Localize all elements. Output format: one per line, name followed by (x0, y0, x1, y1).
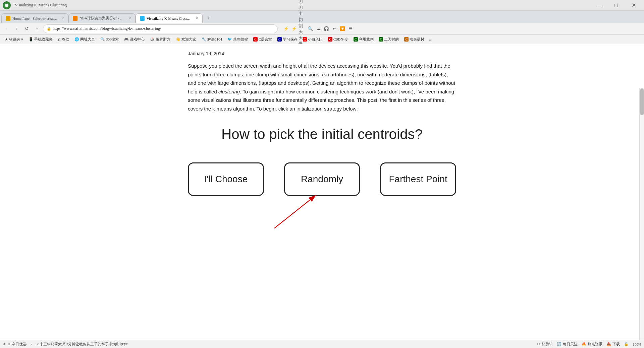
new-tab-button[interactable]: + (204, 13, 213, 23)
bookmark-google[interactable]: G 谷歌 (56, 36, 71, 43)
toolbar-down-icon[interactable]: 🔽 (339, 25, 346, 32)
window-title: Visualizing K-Means Clustering (15, 3, 67, 8)
bookmark-weburl[interactable]: 🌐 网址大全 (72, 36, 97, 43)
randomly-button[interactable]: Randomly (284, 162, 360, 196)
toolbar-search-icon[interactable]: 🔍 (307, 25, 314, 32)
bookmark-360[interactable]: 🔍 360搜索 (98, 36, 121, 43)
google-icon: G (58, 38, 61, 42)
article-paragraph: Suppose you plotted the screen width and… (188, 62, 456, 113)
tab-close-jupyter[interactable]: ✕ (128, 16, 131, 20)
choose-button[interactable]: I'll Choose (188, 162, 264, 196)
toolbar-menu-icon[interactable]: ☰ (347, 25, 354, 32)
solve-icon: 🔧 (202, 37, 206, 42)
toolbar-undo-icon[interactable]: ↩ (331, 25, 338, 32)
status-zoom: 100% (633, 342, 641, 346)
game-icon: 🎮 (124, 37, 129, 42)
bookmark-beginner[interactable]: C 小白入门 (301, 36, 325, 43)
farthest-point-button[interactable]: Farthest Point (380, 162, 456, 196)
refresh-button[interactable]: ↺ (23, 25, 31, 33)
tab-label-jupyter: NBA球队实力聚类分析 - Jupyter N (79, 16, 125, 21)
clang-icon: C (253, 37, 258, 42)
daily-icon: 🔄 (557, 342, 561, 346)
bookmark-huffman[interactable]: C 哈夫曼树 (402, 36, 426, 43)
bookmark-runoob[interactable]: 🐦 菜鸟教程 (225, 36, 250, 43)
search360-icon: 🔍 (100, 37, 105, 42)
download-icon: 📥 (606, 342, 611, 346)
lock-status-icon: 🔒 (624, 342, 629, 346)
address-bar[interactable]: 🔒 https://www.naftaliharris.com/blog/vis… (43, 24, 278, 33)
bintree-icon: C (379, 37, 383, 42)
back-button[interactable]: ‹ (3, 25, 11, 33)
toolbar-cloud-icon[interactable]: ☁ (315, 25, 322, 32)
home-button[interactable]: ⌂ (33, 25, 41, 33)
tab-favicon-jupyter (73, 16, 77, 21)
bookmark-study[interactable]: C 学习保存 (275, 36, 300, 43)
toolbar-lightning-icon[interactable]: ⚡ (282, 25, 290, 32)
maximize-button[interactable]: □ (608, 0, 624, 11)
window-controls: — □ ✕ (591, 0, 641, 11)
mobile-icon: 📱 (29, 37, 33, 42)
bookmark-favorites[interactable]: ★ 收藏夹 ▾ (3, 36, 25, 43)
status-lock[interactable]: 🔒 (624, 342, 629, 346)
scrollbar-thumb[interactable] (640, 88, 644, 115)
lock-icon: 🔒 (47, 26, 51, 31)
status-quickclip[interactable]: ✂ 快剪辑 (537, 342, 553, 347)
toolbar-headset-icon[interactable]: 🎧 (323, 25, 330, 32)
svg-line-1 (274, 195, 316, 228)
minimize-button[interactable]: — (591, 0, 606, 11)
bookmarks-more[interactable]: » (429, 38, 431, 42)
beginner-icon: C (303, 37, 307, 42)
tab-favicon-kmeans (140, 16, 145, 21)
page-content: January 19, 2014 Suppose you plotted the… (0, 44, 644, 236)
fire-icon: 🔥 (582, 342, 586, 346)
title-bar: Visualizing K-Means Clustering — □ ✕ (0, 0, 644, 11)
section-heading: How to pick the initial centroids? (188, 126, 456, 142)
bookmark-mobile[interactable]: 📱 手机收藏夹 (26, 36, 55, 43)
browser-logo (3, 1, 11, 9)
russia-icon: 🎲 (150, 37, 155, 42)
bookmark-bintree[interactable]: C 二叉树的 (377, 36, 401, 43)
status-bar: ☀ ☀ 今日优选 × × 十三年翡翠大师 3分钟让教你从三千的料子中淘出冰种! … (0, 340, 644, 348)
bookmark-russia[interactable]: 🎲 俄罗斯方 (148, 36, 172, 43)
status-download[interactable]: 📥 下载 (606, 342, 620, 347)
tab-home[interactable]: Home Page - Select or create a ✕ (1, 13, 68, 23)
address-text: https://www.naftaliharris.com/blog/visua… (53, 26, 161, 31)
csdn-icon: C (328, 37, 332, 42)
tab-kmeans[interactable]: Visualizing K-Means Clustering ✕ (136, 13, 203, 23)
study-icon: C (277, 37, 282, 42)
tab-label-kmeans: Visualizing K-Means Clustering (147, 16, 192, 20)
toolbar-translate-icon[interactable]: 刀刀出切割天天爆极品 (299, 25, 306, 32)
bookmarks-bar: ★ 收藏夹 ▾ 📱 手机收藏夹 G 谷歌 🌐 网址大全 🔍 360搜索 🎮 游戏… (0, 35, 644, 44)
forward-button[interactable]: › (13, 25, 21, 33)
status-right: ✂ 快剪辑 🔄 每日关注 🔥 热点资讯 📥 下载 🔒 100% (537, 342, 641, 347)
star-icon: ★ (5, 37, 8, 42)
stack-icon: C (354, 37, 358, 42)
toolbar-lightning2-icon[interactable]: ⚡ (290, 25, 298, 32)
bookmark-clang[interactable]: C C语言堂 (251, 36, 274, 43)
bookmark-games[interactable]: 🎮 游戏中心 (122, 36, 147, 43)
tab-favicon-home (6, 16, 10, 21)
bookmark-welcome[interactable]: 👋 欢迎大家 (174, 36, 198, 43)
toolbar-icons: ⚡ ⚡ 刀刀出切割天天爆极品 🔍 ☁ 🎧 ↩ 🔽 ☰ (282, 25, 354, 32)
article-date: January 19, 2014 (188, 51, 456, 56)
bookmark-stack[interactable]: C 利用栈判 (352, 36, 376, 43)
sun-icon: ☀ (3, 342, 6, 346)
buttons-container: I'll Choose Randomly Farthest Point (188, 162, 456, 196)
web-icon: 🌐 (74, 37, 79, 42)
status-daily[interactable]: 🔄 每日关注 (557, 342, 578, 347)
tab-close-home[interactable]: ✕ (61, 16, 64, 20)
bookmark-solve[interactable]: 🔧 解决1104 (200, 36, 224, 43)
tab-close-kmeans[interactable]: ✕ (195, 16, 198, 20)
close-button[interactable]: ✕ (626, 0, 641, 11)
status-today[interactable]: ☀ ☀ 今日优选 (3, 342, 26, 347)
tab-label-home: Home Page - Select or create a (12, 16, 58, 20)
scrollbar[interactable] (639, 88, 644, 348)
runoob-icon: 🐦 (227, 37, 232, 42)
bookmark-csdn[interactable]: C CSDN-专 (326, 36, 350, 43)
status-hot[interactable]: 🔥 热点资讯 (582, 342, 602, 347)
address-bar-row: ‹ › ↺ ⌂ 🔒 https://www.naftaliharris.com/… (0, 23, 644, 35)
status-promo[interactable]: × 十三年翡翠大师 3分钟让教你从三千的料子中淘出冰种! (37, 342, 128, 347)
tab-jupyter[interactable]: NBA球队实力聚类分析 - Jupyter N ✕ (68, 13, 136, 23)
tabs-bar: Home Page - Select or create a ✕ NBA球队实力… (0, 11, 644, 23)
article-body: January 19, 2014 Suppose you plotted the… (174, 44, 470, 196)
